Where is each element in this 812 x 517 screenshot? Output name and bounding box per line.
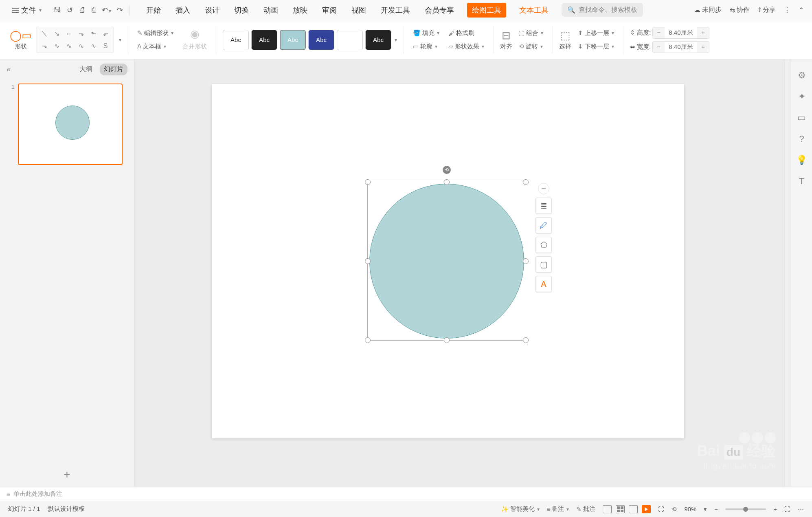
- zoom-slider[interactable]: [725, 508, 766, 510]
- increment-button[interactable]: +: [697, 42, 709, 53]
- save-icon[interactable]: 🖫: [54, 6, 61, 15]
- line-4-icon[interactable]: ⬎: [76, 29, 86, 39]
- tab-member[interactable]: 会员专享: [423, 3, 456, 18]
- fit-icon[interactable]: ⛶: [658, 506, 664, 513]
- decrement-button[interactable]: −: [653, 42, 665, 53]
- more-icon[interactable]: ⋮: [784, 6, 790, 14]
- edit-shape-button[interactable]: ✎编辑形状▾: [135, 28, 176, 39]
- tab-transition[interactable]: 切换: [233, 3, 250, 18]
- tab-review[interactable]: 审阅: [320, 3, 338, 18]
- shape-group[interactable]: ◯▭ 形状: [10, 29, 32, 51]
- circle-shape[interactable]: [369, 184, 524, 339]
- width-input[interactable]: − 8.40厘米 +: [652, 41, 709, 53]
- tab-slides[interactable]: 幻灯片: [100, 64, 127, 75]
- add-slide-button[interactable]: +: [64, 468, 70, 481]
- tab-text-tools[interactable]: 文本工具: [518, 3, 550, 18]
- style-white-2[interactable]: [337, 30, 363, 50]
- zoom-minus-icon[interactable]: −: [714, 506, 718, 513]
- notes-bar[interactable]: ≡ 单击此处添加备注: [0, 487, 812, 501]
- select-button[interactable]: ⬚ 选择: [559, 29, 571, 51]
- tab-animation[interactable]: 动画: [262, 3, 280, 18]
- increment-button[interactable]: +: [697, 27, 709, 38]
- outline-button[interactable]: ▭轮廓▾: [410, 41, 442, 52]
- rail-help-icon[interactable]: ?: [799, 134, 804, 144]
- handle-top-right[interactable]: [523, 179, 529, 185]
- style-teal[interactable]: Abc: [280, 30, 306, 50]
- handle-top-left[interactable]: [365, 179, 371, 185]
- fill-button[interactable]: 🪣填充▾: [410, 28, 442, 39]
- line-shape-gallery[interactable]: ＼↘↔⬎⬑⬐ ⬎∿∿∿∿S: [36, 27, 114, 53]
- canvas-area[interactable]: ⟲ − ≣ 🖊 ⬠ ▢ A Baidu经验 jingyan.baidu.com: [134, 59, 784, 487]
- tab-insert[interactable]: 插入: [174, 3, 192, 18]
- zoom-dropdown-icon[interactable]: ▾: [704, 506, 707, 513]
- handle-top-mid[interactable]: [444, 179, 450, 185]
- file-menu[interactable]: 文件 ▾: [8, 4, 46, 17]
- tab-devtools[interactable]: 开发工具: [379, 3, 412, 18]
- bring-forward-button[interactable]: ⬆上移一层▾: [575, 28, 617, 39]
- collapse-sidebar-icon[interactable]: «: [7, 65, 11, 74]
- line-11-icon[interactable]: ∿: [88, 41, 98, 51]
- line-10-icon[interactable]: ∿: [76, 41, 86, 51]
- zoom-out-icon[interactable]: ⟲: [672, 506, 677, 513]
- group-button[interactable]: ⬚组合▾: [516, 28, 546, 39]
- decrement-button[interactable]: −: [653, 27, 665, 38]
- thumb-item-1[interactable]: 1: [11, 84, 123, 165]
- rail-sparkle-icon[interactable]: ✦: [798, 91, 805, 102]
- shape-selection[interactable]: ⟲: [367, 182, 526, 341]
- textbox-button[interactable]: A̲文本框▾: [135, 41, 176, 52]
- search-input[interactable]: 🔍 查找命令、搜索模板: [562, 3, 643, 17]
- handle-mid-left[interactable]: [365, 258, 371, 264]
- tab-outline[interactable]: 大纲: [75, 64, 97, 75]
- zoom-value[interactable]: 90%: [684, 506, 696, 513]
- comment-button[interactable]: ✎批注: [576, 505, 595, 513]
- line-3-icon[interactable]: ↔: [64, 29, 74, 39]
- print-icon[interactable]: 🖨: [79, 6, 86, 15]
- more-status-icon[interactable]: ⋯: [798, 506, 804, 513]
- collapse-ribbon-icon[interactable]: ⌃: [799, 6, 804, 14]
- normal-view-icon[interactable]: [603, 505, 612, 513]
- format-painter-button[interactable]: 🖌格式刷: [446, 28, 487, 39]
- tab-home[interactable]: 开始: [145, 3, 162, 18]
- sorter-view-icon[interactable]: [616, 505, 625, 513]
- tab-slideshow[interactable]: 放映: [291, 3, 309, 18]
- line-6-icon[interactable]: ⬐: [101, 29, 110, 39]
- width-value[interactable]: 8.40厘米: [665, 42, 697, 53]
- collab-button[interactable]: ⇆协作: [730, 6, 750, 14]
- line-9-icon[interactable]: ∿: [64, 41, 74, 51]
- style-black[interactable]: Abc: [251, 30, 277, 50]
- rotate-button[interactable]: ⟲旋转▾: [516, 41, 546, 52]
- style-blue[interactable]: Abc: [308, 30, 334, 50]
- undo-arrow-icon[interactable]: ↺: [67, 6, 73, 15]
- align-button[interactable]: ⊟ 对齐: [500, 29, 512, 51]
- rail-template-icon[interactable]: ▭: [797, 112, 806, 123]
- undo-icon[interactable]: ↶▾: [102, 6, 111, 15]
- handle-bot-mid[interactable]: [444, 337, 450, 343]
- line-7-icon[interactable]: ⬎: [40, 41, 49, 51]
- collapse-toolbar-icon[interactable]: −: [538, 183, 549, 194]
- notes-button[interactable]: ≡备注▾: [547, 505, 569, 513]
- zoom-plus-icon[interactable]: +: [773, 506, 777, 513]
- line-8-icon[interactable]: ∿: [52, 41, 61, 51]
- reading-view-icon[interactable]: [629, 505, 638, 513]
- line-5-icon[interactable]: ⬑: [88, 29, 98, 39]
- tab-drawing-tools[interactable]: 绘图工具: [467, 3, 506, 18]
- line-12-icon[interactable]: S: [101, 41, 110, 51]
- slideshow-view-icon[interactable]: [642, 505, 651, 513]
- style-expand-icon[interactable]: ▾: [395, 37, 397, 43]
- height-value[interactable]: 8.40厘米: [665, 27, 697, 38]
- height-input[interactable]: − 8.40厘米 +: [652, 27, 709, 39]
- fullscreen-icon[interactable]: ⛶: [784, 506, 790, 513]
- merge-shapes-button[interactable]: ◉ 合并形状: [180, 28, 209, 52]
- beautify-button[interactable]: ✨智能美化▾: [501, 505, 540, 513]
- line-1-icon[interactable]: ＼: [40, 29, 49, 39]
- handle-bot-left[interactable]: [365, 337, 371, 343]
- shape-effects-button[interactable]: ▱形状效果▾: [446, 41, 487, 52]
- style-white[interactable]: Abc: [223, 30, 249, 50]
- send-backward-button[interactable]: ⬇下移一层▾: [575, 41, 617, 52]
- brush-icon[interactable]: 🖊: [535, 217, 552, 233]
- gallery-expand-icon[interactable]: ▾: [119, 37, 121, 43]
- handle-mid-right[interactable]: [523, 258, 529, 264]
- frame-icon[interactable]: ▢: [535, 256, 552, 273]
- style-black-2[interactable]: Abc: [365, 30, 391, 50]
- share-button[interactable]: ⤴分享: [758, 6, 776, 14]
